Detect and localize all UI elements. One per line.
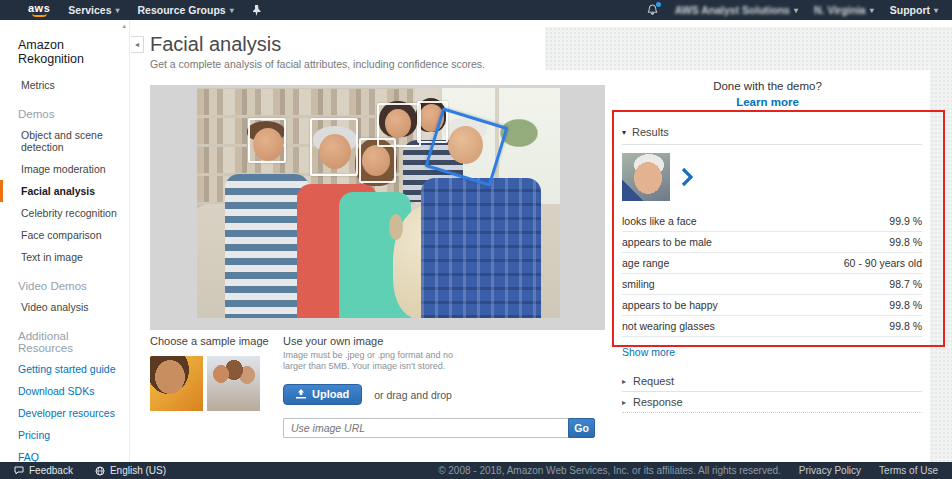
footer-bar: Feedback English (US) © 2008 - 2018, Ama… (0, 462, 952, 479)
image-url-input[interactable] (283, 418, 568, 438)
support-menu[interactable]: Support ▾ (890, 4, 938, 16)
own-section-heading: Use your own image (283, 335, 595, 347)
drag-drop-label: or drag and drop (374, 389, 452, 401)
upload-button-label: Upload (312, 388, 349, 400)
sidebar-item-metrics[interactable]: Metrics (0, 74, 129, 96)
background-strip (930, 27, 952, 462)
copyright-text: © 2008 - 2018, Amazon Web Services, Inc.… (438, 465, 781, 476)
aws-logo[interactable]: aws (28, 4, 50, 17)
detected-face-thumbnail[interactable] (622, 153, 670, 201)
attribute-value: 60 - 90 years old (844, 257, 922, 269)
sidebar-link-developer-resources[interactable]: Developer resources (0, 402, 129, 424)
sidebar-item-video-analysis[interactable]: Video analysis (0, 296, 129, 318)
services-menu[interactable]: Services ▾ (68, 4, 119, 16)
sidebar-link-getting-started-guide[interactable]: Getting started guide (0, 358, 129, 380)
region-name: N. Virginia (814, 4, 866, 16)
chevron-down-icon: ▾ (934, 6, 938, 15)
sidebar-header-additional-resources: Additional Resources (0, 318, 129, 358)
done-with-demo-text: Done with the demo? (605, 70, 930, 92)
sidebar-item-image-moderation[interactable]: Image moderation (0, 158, 129, 180)
terms-of-use-link[interactable]: Terms of Use (879, 465, 938, 476)
sample-section-heading: Choose a sample image (150, 335, 275, 347)
sample-image-driver[interactable] (150, 356, 203, 411)
feedback-bubble-icon (14, 466, 24, 475)
page-title: Facial analysis (150, 33, 281, 56)
sidebar-header-demos: Demos (0, 96, 129, 124)
next-face-chevron-icon[interactable] (680, 167, 693, 187)
sidebar-title: Amazon Rekognition (0, 34, 129, 74)
triangle-down-icon: ▾ (622, 128, 626, 137)
sidebar-item-facial-analysis[interactable]: Facial analysis (0, 180, 129, 202)
sidebar: ▴ Amazon Rekognition Metrics Demos Objec… (0, 20, 130, 462)
triangle-right-icon: ▸ (622, 377, 626, 386)
request-header-label: Request (633, 375, 674, 387)
sidebar-item-face-comparison[interactable]: Face comparison (0, 224, 129, 246)
sidebar-link-download-sdks[interactable]: Download SDKs (0, 380, 129, 402)
sample-image-section: Choose a sample image (150, 335, 275, 411)
top-navigation-bar: aws Services ▾ Resource Groups ▾ AWS Ana… (0, 0, 952, 20)
sample-image-family[interactable] (207, 356, 260, 411)
attribute-row: appears to be male 99.8 % (622, 232, 922, 253)
chevron-down-icon: ▾ (116, 6, 120, 15)
attribute-row: smiling 98.7 % (622, 274, 922, 295)
image-panel (150, 85, 605, 330)
triangle-right-icon: ▸ (622, 398, 626, 407)
own-image-note-line1: Image must be .jpeg or .png format and n… (283, 350, 595, 361)
attribute-value: 99.8 % (889, 299, 922, 311)
divider (622, 144, 922, 145)
sidebar-header-video-demos: Video Demos (0, 268, 129, 296)
sidebar-item-text-in-image[interactable]: Text in image (0, 246, 129, 268)
services-label: Services (68, 4, 111, 16)
attribute-value: 98.7 % (889, 278, 922, 290)
face-box[interactable] (248, 118, 286, 163)
attribute-label: looks like a face (622, 215, 697, 227)
sidebar-link-pricing[interactable]: Pricing (0, 424, 129, 446)
own-image-note: Image must be .jpeg or .png format and n… (283, 350, 595, 372)
attribute-label: smiling (622, 278, 655, 290)
sidebar-item-celebrity-recognition[interactable]: Celebrity recognition (0, 202, 129, 224)
response-header-label: Response (633, 396, 683, 408)
support-label: Support (890, 4, 930, 16)
scrollbar-up-icon[interactable]: ▴ (122, 22, 126, 30)
face-box[interactable] (359, 138, 396, 183)
chevron-down-icon: ▾ (794, 6, 798, 15)
attribute-value: 99.8 % (889, 236, 922, 248)
results-header-label: Results (632, 126, 669, 138)
sidebar-collapse-button[interactable]: ◂ (131, 36, 144, 53)
learn-more-link[interactable]: Learn more (605, 96, 930, 108)
attribute-label: appears to be happy (622, 299, 718, 311)
own-image-note-line2: larger than 5MB. Your image isn't stored… (283, 361, 595, 372)
background-band (545, 27, 952, 70)
request-accordion-header[interactable]: ▸ Request (622, 371, 922, 392)
attribute-row: appears to be happy 99.8 % (622, 295, 922, 316)
results-card: Done with the demo? Learn more ▾ Results… (605, 70, 930, 455)
response-accordion-header[interactable]: ▸ Response (622, 392, 922, 413)
language-label: English (US) (110, 465, 166, 476)
attribute-row: age range 60 - 90 years old (622, 253, 922, 274)
pin-shortcut-icon[interactable] (252, 5, 261, 16)
show-more-link[interactable]: Show more (622, 346, 922, 358)
resource-groups-menu[interactable]: Resource Groups ▾ (138, 4, 234, 16)
attribute-value: 99.8 % (889, 320, 922, 332)
region-menu[interactable]: N. Virginia ▾ (814, 4, 874, 16)
language-selector[interactable]: English (US) (95, 465, 166, 476)
attribute-label: age range (622, 257, 669, 269)
feedback-label: Feedback (29, 465, 73, 476)
chevron-down-icon: ▾ (870, 6, 874, 15)
aws-smile-icon (32, 13, 47, 17)
feedback-button[interactable]: Feedback (14, 465, 73, 476)
aws-logo-text: aws (28, 4, 50, 13)
sidebar-item-object-scene-detection[interactable]: Object and scene detection (0, 124, 129, 158)
attribute-label: appears to be male (622, 236, 712, 248)
globe-icon (95, 466, 105, 476)
go-button[interactable]: Go (568, 418, 595, 438)
privacy-policy-link[interactable]: Privacy Policy (799, 465, 861, 476)
account-name: AWS Analyst Solutions (675, 4, 790, 16)
photo-person-grandpa-torso (421, 178, 541, 318)
notifications-bell-icon[interactable] (647, 4, 659, 16)
upload-button[interactable]: Upload (283, 384, 362, 405)
account-menu[interactable]: AWS Analyst Solutions ▾ (675, 4, 798, 16)
results-accordion-header[interactable]: ▾ Results (622, 126, 922, 138)
attribute-label: not wearing glasses (622, 320, 715, 332)
face-box[interactable] (310, 118, 358, 176)
